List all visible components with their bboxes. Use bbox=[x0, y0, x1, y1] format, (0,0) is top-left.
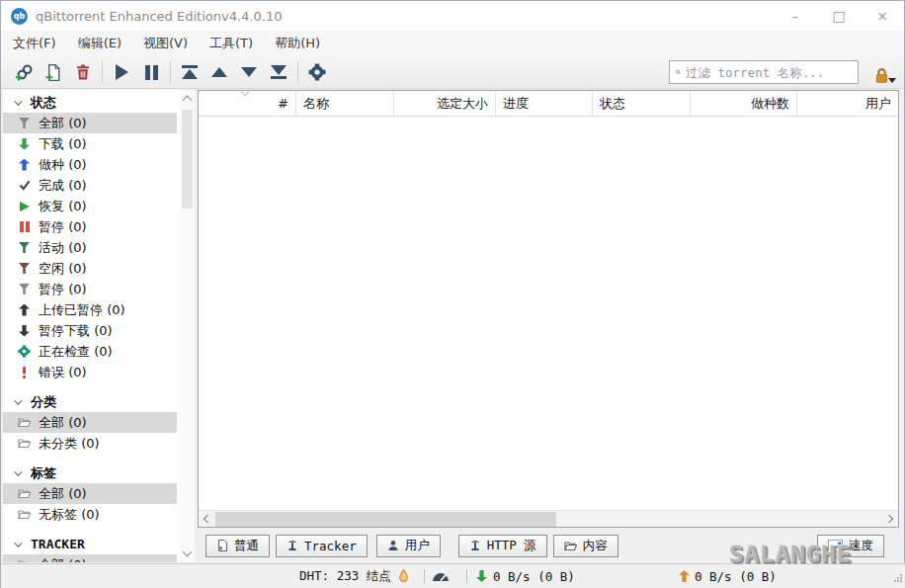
filter-downloading[interactable]: 下载 (0) bbox=[3, 133, 177, 154]
user-icon bbox=[387, 540, 399, 551]
move-down-icon bbox=[241, 67, 257, 77]
scroll-left-icon[interactable] bbox=[204, 515, 211, 523]
sidebar-scrollbar[interactable] bbox=[180, 90, 195, 562]
section-categories[interactable]: 分类 bbox=[3, 391, 195, 412]
scrollbar-thumb[interactable] bbox=[182, 110, 193, 209]
column-seeds[interactable]: 做种数 bbox=[691, 91, 797, 116]
filter-stalled-downloading[interactable]: 暂停下载 (0) bbox=[3, 320, 177, 341]
move-up-button[interactable] bbox=[205, 59, 234, 85]
tab-general[interactable]: 普通 bbox=[206, 535, 270, 557]
chevron-down-icon bbox=[14, 467, 22, 475]
window-controls: – □ × bbox=[774, 1, 904, 31]
column-number[interactable]: # bbox=[199, 91, 296, 116]
arrow-up-icon bbox=[17, 302, 32, 317]
filter-errored[interactable]: 错误 (0) bbox=[3, 362, 177, 382]
title-bar[interactable]: qb qBittorrent Enhanced Editionv4.4.0.10… bbox=[1, 1, 904, 31]
detail-tabs: 普通 Tracker 用户 HTTP 源 内容 bbox=[198, 532, 899, 559]
filter-stalled-uploading[interactable]: 上传已暂停 (0) bbox=[3, 299, 177, 320]
scroll-down-icon[interactable] bbox=[183, 547, 193, 557]
tab-trackers[interactable]: Tracker bbox=[276, 535, 368, 557]
column-name[interactable]: 名称 bbox=[296, 91, 394, 116]
folder-icon bbox=[17, 415, 32, 430]
folder-icon bbox=[17, 557, 32, 562]
tab-http-sources[interactable]: HTTP 源 bbox=[458, 535, 547, 557]
speed-limit-gauge-icon[interactable] bbox=[432, 564, 450, 588]
move-bottom-button[interactable] bbox=[264, 59, 293, 85]
options-button[interactable] bbox=[302, 59, 332, 85]
scrollbar-thumb[interactable] bbox=[215, 512, 556, 527]
filter-active[interactable]: 活动 (0) bbox=[3, 237, 177, 258]
resume-button[interactable] bbox=[107, 59, 136, 85]
menu-view[interactable]: 视图(V) bbox=[143, 35, 188, 52]
maximize-button[interactable]: □ bbox=[817, 1, 861, 31]
add-torrent-file-button[interactable] bbox=[39, 59, 68, 85]
tab-peers[interactable]: 用户 bbox=[376, 535, 441, 557]
tab-speed[interactable]: 速度 bbox=[817, 535, 884, 557]
column-status[interactable]: 状态 bbox=[593, 91, 691, 116]
filter-completed[interactable]: 完成 (0) bbox=[3, 175, 177, 196]
menu-tools[interactable]: 工具(T) bbox=[209, 35, 253, 52]
statusbar-divider bbox=[387, 569, 388, 583]
menu-help[interactable]: 帮助(H) bbox=[275, 35, 320, 52]
tracker-all[interactable]: 全部 (0) bbox=[3, 554, 177, 562]
upload-arrow-icon bbox=[679, 564, 690, 588]
document-icon bbox=[216, 540, 228, 551]
menu-edit[interactable]: 编辑(E) bbox=[78, 35, 122, 52]
category-all[interactable]: 全部 (0) bbox=[3, 412, 177, 433]
filter-inactive[interactable]: 空闲 (0) bbox=[3, 258, 177, 279]
folder-icon bbox=[17, 486, 32, 501]
tracker-icon bbox=[287, 540, 298, 551]
category-uncategorized[interactable]: 未分类 (0) bbox=[3, 433, 177, 454]
toolbar-divider bbox=[170, 61, 171, 83]
tab-content[interactable]: 内容 bbox=[553, 535, 618, 557]
connection-status-icon[interactable] bbox=[398, 564, 409, 588]
menu-file[interactable]: 文件(F) bbox=[13, 35, 56, 52]
move-down-button[interactable] bbox=[234, 59, 264, 85]
upload-speed: 0 B/s (0 B) bbox=[695, 564, 777, 588]
filter-stalled[interactable]: 暂停 (0) bbox=[3, 279, 177, 299]
filter-paused[interactable]: 暂停 (0) bbox=[3, 216, 177, 237]
tag-untagged[interactable]: 无标签 (0) bbox=[3, 504, 177, 525]
toolbar-divider bbox=[297, 61, 298, 83]
filter-torrent-input[interactable] bbox=[686, 65, 852, 80]
funnel-icon bbox=[17, 261, 32, 276]
scroll-up-icon[interactable] bbox=[183, 96, 193, 106]
tag-all[interactable]: 全部 (0) bbox=[3, 483, 177, 504]
filter-seeding[interactable]: 做种 (0) bbox=[3, 154, 177, 175]
horizontal-scrollbar[interactable] bbox=[199, 510, 898, 527]
check-icon bbox=[17, 178, 32, 193]
pause-button[interactable] bbox=[136, 59, 166, 85]
search-icon bbox=[676, 65, 681, 79]
arrow-down-icon bbox=[17, 323, 32, 338]
filter-all[interactable]: 全部 (0) bbox=[3, 113, 177, 133]
scroll-right-icon[interactable] bbox=[885, 515, 893, 523]
folder-icon bbox=[17, 436, 32, 451]
statusbar-divider bbox=[424, 569, 425, 583]
resize-grip[interactable] bbox=[893, 571, 903, 586]
section-trackers[interactable]: TRACKER bbox=[3, 534, 195, 554]
lock-caret-icon bbox=[888, 78, 896, 83]
delete-button[interactable] bbox=[68, 59, 98, 85]
column-progress[interactable]: 进度 bbox=[496, 91, 593, 116]
status-bar: DHT: 233 结点 0 B/s (0 B) 0 B/s (0 B) bbox=[1, 563, 905, 588]
chevron-down-icon bbox=[14, 539, 22, 546]
minimize-button[interactable]: – bbox=[774, 1, 817, 31]
play-icon bbox=[17, 199, 32, 213]
speed-chart-icon bbox=[828, 540, 843, 552]
lock-button[interactable] bbox=[866, 59, 896, 85]
pause-icon bbox=[145, 65, 158, 80]
section-status[interactable]: 状态 bbox=[3, 92, 195, 113]
torrent-list-panel: # 名称 选定大小 进度 状态 做种数 用户 bbox=[198, 90, 899, 528]
column-peers[interactable]: 用户 bbox=[797, 91, 898, 116]
move-top-button[interactable] bbox=[175, 59, 205, 85]
search-box[interactable] bbox=[669, 60, 859, 84]
folder-icon bbox=[564, 541, 577, 551]
close-button[interactable]: × bbox=[861, 1, 904, 31]
filter-checking[interactable]: 正在检查 (0) bbox=[3, 341, 177, 362]
play-icon bbox=[116, 64, 128, 80]
section-tags[interactable]: 标签 bbox=[3, 462, 195, 483]
download-speed: 0 B/s (0 B) bbox=[493, 564, 575, 588]
add-torrent-link-button[interactable] bbox=[9, 59, 39, 85]
filter-resumed[interactable]: 恢复 (0) bbox=[3, 196, 177, 216]
column-size[interactable]: 选定大小 bbox=[394, 91, 496, 116]
